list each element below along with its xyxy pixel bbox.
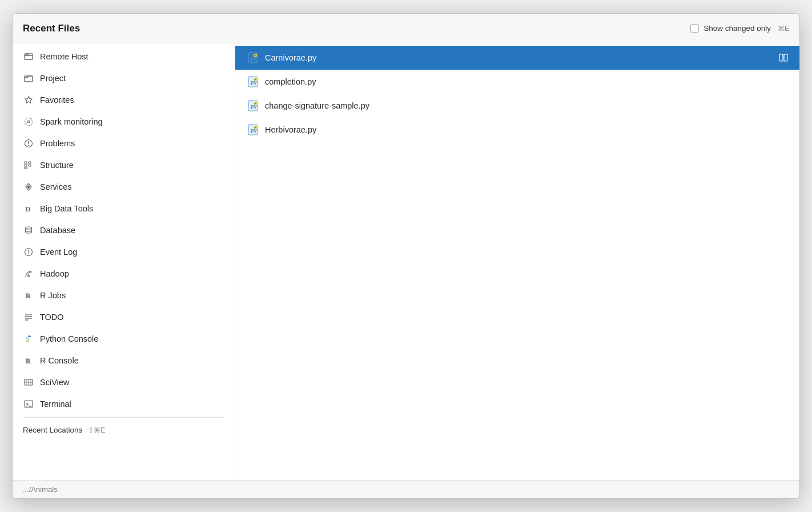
- services-icon: [23, 181, 34, 193]
- sidebar-item-label: R Console: [40, 356, 79, 365]
- sidebar-item-label: Remote Host: [40, 52, 89, 61]
- recent-locations-label: Recent Locations: [23, 426, 82, 434]
- footer-path: .../Animals: [23, 485, 58, 494]
- sidebar-item-label: Spark monitoring: [40, 117, 103, 126]
- todo-icon: [23, 311, 34, 323]
- python-file-icon: py: [247, 75, 259, 88]
- recent-locations[interactable]: Recent Locations ⇧⌘E: [13, 420, 235, 440]
- sidebar-item-spark-monitoring[interactable]: Spark monitoring: [13, 111, 235, 133]
- svg-rect-44: [784, 54, 787, 61]
- file-item-carnivorae[interactable]: py Carnivorae.py: [235, 46, 799, 70]
- recent-files-dialog: Recent Files Show changed only ⌘E Re: [12, 13, 800, 499]
- sidebar-item-r-console[interactable]: ℝ R Console: [13, 350, 235, 371]
- python-file-icon: py: [247, 123, 259, 136]
- svg-point-17: [26, 227, 32, 229]
- sidebar-item-event-log[interactable]: Event Log: [13, 241, 235, 263]
- svg-text:D: D: [25, 205, 30, 213]
- show-changed-label: Show changed only: [704, 24, 771, 33]
- svg-point-28: [29, 335, 29, 336]
- sidebar-item-terminal[interactable]: Terminal: [13, 393, 235, 415]
- file-name: change-signature-sample.py: [265, 101, 369, 110]
- python-file-icon: py: [247, 99, 259, 112]
- svg-rect-10: [25, 165, 27, 166]
- svg-rect-13: [29, 165, 31, 166]
- svg-rect-3: [27, 54, 29, 55]
- sidebar: Remote Host Project F: [13, 43, 235, 480]
- file-list: py Carnivorae.py: [235, 43, 799, 480]
- eventlog-icon: [23, 246, 34, 258]
- sidebar-item-label: Services: [40, 182, 72, 191]
- hadoop-icon: [23, 268, 34, 279]
- svg-rect-9: [25, 162, 27, 163]
- svg-point-20: [28, 254, 29, 255]
- sidebar-item-label: Favorites: [40, 95, 74, 105]
- svg-point-42: [255, 55, 256, 57]
- svg-point-29: [28, 341, 29, 342]
- file-item-completion[interactable]: py completion.py: [235, 70, 799, 94]
- split-view-icon[interactable]: [779, 53, 788, 62]
- sidebar-item-label: Project: [40, 74, 66, 83]
- file-item-herbivorae[interactable]: py Herbivorae.py: [235, 118, 799, 142]
- database-icon: [23, 225, 34, 236]
- sidebar-item-label: Python Console: [40, 334, 98, 343]
- sidebar-item-database[interactable]: Database: [13, 219, 235, 241]
- sciview-icon: [23, 377, 34, 388]
- sidebar-item-label: Problems: [40, 139, 75, 148]
- sidebar-item-favorites[interactable]: Favorites: [13, 89, 235, 111]
- sidebar-item-python-console[interactable]: Python Console: [13, 328, 235, 350]
- svg-rect-43: [779, 54, 783, 61]
- rjobs-icon: ℝ: [23, 290, 34, 301]
- footer: .../Animals: [13, 480, 799, 498]
- sidebar-item-problems[interactable]: ! Problems: [13, 133, 235, 154]
- show-changed-checkbox[interactable]: [690, 24, 699, 33]
- sidebar-item-label: R Jobs: [40, 291, 66, 300]
- svg-rect-11: [25, 167, 27, 169]
- svg-point-6: [27, 121, 30, 123]
- sidebar-divider: [23, 417, 224, 418]
- header-controls: Show changed only ⌘E: [690, 24, 789, 33]
- file-name: Carnivorae.py: [265, 53, 316, 62]
- remote-host-icon: [23, 51, 34, 62]
- dialog-title: Recent Files: [23, 23, 80, 34]
- sidebar-item-structure[interactable]: Structure: [13, 154, 235, 176]
- show-changed-shortcut: ⌘E: [778, 25, 789, 33]
- structure-icon: [23, 159, 34, 171]
- file-name: completion.py: [265, 77, 316, 86]
- sidebar-item-services[interactable]: Services: [13, 176, 235, 198]
- favorites-icon: [23, 94, 34, 106]
- sidebar-item-todo[interactable]: TODO: [13, 306, 235, 328]
- svg-marker-15: [27, 185, 30, 189]
- sidebar-item-label: SciView: [40, 378, 69, 387]
- svg-text:ℝ: ℝ: [25, 293, 31, 299]
- sidebar-item-label: Big Data Tools: [40, 204, 93, 213]
- recent-locations-shortcut: ⇧⌘E: [88, 426, 105, 434]
- svg-rect-2: [26, 54, 27, 55]
- file-item-change-signature[interactable]: py change-signature-sample.py: [235, 94, 799, 118]
- sidebar-item-label: TODO: [40, 313, 64, 322]
- svg-point-54: [255, 103, 256, 105]
- python-file-icon: py: [247, 51, 259, 64]
- file-name: Herbivorae.py: [265, 125, 316, 134]
- svg-point-59: [255, 127, 256, 129]
- sidebar-item-sciview[interactable]: SciView: [13, 371, 235, 393]
- sidebar-item-label: Database: [40, 226, 75, 235]
- rconsole-icon: ℝ: [23, 355, 34, 366]
- svg-text:!: !: [27, 141, 29, 147]
- sidebar-item-big-data-tools[interactable]: D Big Data Tools: [13, 198, 235, 219]
- problems-icon: !: [23, 138, 34, 149]
- sidebar-item-remote-host[interactable]: Remote Host: [13, 46, 235, 67]
- sidebar-item-label: Hadoop: [40, 269, 69, 278]
- svg-rect-4: [25, 76, 33, 82]
- terminal-icon: [23, 398, 34, 410]
- svg-point-49: [255, 79, 256, 81]
- sidebar-item-project[interactable]: Project: [13, 67, 235, 89]
- sidebar-item-label: Structure: [40, 161, 74, 170]
- dialog-content: Remote Host Project F: [13, 43, 799, 480]
- sidebar-item-hadoop[interactable]: Hadoop: [13, 263, 235, 285]
- dialog-header: Recent Files Show changed only ⌘E: [13, 14, 799, 43]
- sidebar-item-r-jobs[interactable]: ℝ R Jobs: [13, 285, 235, 306]
- sidebar-item-label: Event Log: [40, 247, 77, 257]
- project-icon: [23, 73, 34, 84]
- bigdata-icon: D: [23, 203, 34, 214]
- python-console-icon: [23, 333, 34, 345]
